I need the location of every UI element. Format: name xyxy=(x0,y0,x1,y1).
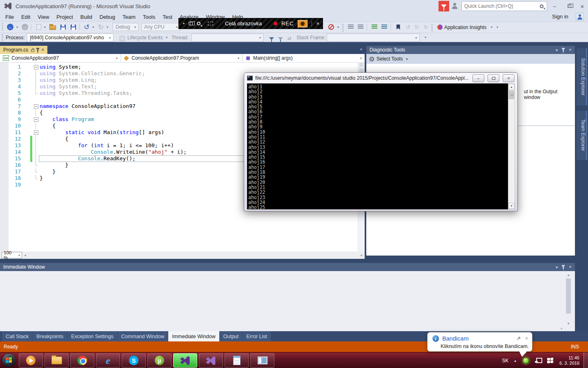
panel-close-icon[interactable]: × xyxy=(569,47,572,53)
application-insights-dropdown[interactable]: ▾ xyxy=(489,23,493,31)
feedback-button[interactable] xyxy=(439,1,449,11)
navigate-forward-button[interactable]: → xyxy=(20,23,29,31)
fold-marker[interactable] xyxy=(33,64,39,70)
get-windows-10-icon[interactable] xyxy=(547,357,554,364)
sign-in-link[interactable]: Sign in xyxy=(552,13,568,20)
scrollbar-thumb[interactable] xyxy=(566,278,571,314)
filter-dropdown-button[interactable] xyxy=(276,34,285,43)
feedback-smiley-icon[interactable] xyxy=(452,2,460,10)
toggle-flagged-button[interactable]: ⇄ xyxy=(285,34,294,43)
keyboard-layout-indicator[interactable]: SK xyxy=(502,358,509,364)
scroll-down-arrow[interactable]: ▾ xyxy=(565,321,572,325)
menu-item-edit[interactable]: Edit xyxy=(18,13,34,21)
restore-button[interactable] xyxy=(564,2,575,11)
rec-menu-dropdown[interactable]: ▾ xyxy=(183,22,185,25)
wrench-icon[interactable] xyxy=(516,336,521,341)
immediate-window-titlebar[interactable]: Immediate Window ▾ × xyxy=(0,263,575,271)
nav-project-combo[interactable]: C# ConsoleApplication97▾ xyxy=(0,54,121,62)
toolbar-grip[interactable] xyxy=(431,24,433,31)
indent-increase-button[interactable] xyxy=(380,23,389,31)
lifecycle-events-button[interactable] xyxy=(118,34,127,43)
taskbar-button-internet-explorer[interactable]: e xyxy=(96,353,120,368)
undo-button[interactable]: ↺ xyxy=(82,23,91,31)
close-button[interactable]: × xyxy=(577,2,588,11)
show-output-button[interactable] xyxy=(346,23,355,31)
console-maximize-button[interactable] xyxy=(488,74,499,82)
rec-region-icon[interactable] xyxy=(208,22,213,25)
scroll-up-arrow[interactable]: ▴ xyxy=(565,273,572,277)
menu-item-view[interactable]: View xyxy=(34,13,53,21)
console-scrollbar[interactable]: ▴ ▾ xyxy=(508,83,515,209)
show-desktop-button[interactable] xyxy=(584,352,588,368)
scroll-up-arrow[interactable]: ▴ xyxy=(508,84,514,90)
menu-item-build[interactable]: Build xyxy=(77,13,96,21)
tab-solution-explorer[interactable]: Solution Explorer xyxy=(577,48,587,105)
bottom-tab-output[interactable]: Output xyxy=(220,331,243,341)
pin-icon[interactable] xyxy=(563,49,564,52)
thread-combo[interactable]: ▾ xyxy=(191,34,264,42)
toolbar-grip[interactable] xyxy=(342,24,344,31)
next-bookmark-button[interactable]: ↻ xyxy=(412,23,421,31)
tray-clock[interactable]: 11:45 6. 3. 2016 xyxy=(559,355,579,366)
immediate-vertical-scrollbar[interactable]: ▴ ▾ xyxy=(565,273,572,325)
nav-member-combo[interactable]: Main(string[] args)▾ xyxy=(243,54,365,62)
toolbar-grip[interactable] xyxy=(2,34,3,41)
panel-dropdown-icon[interactable]: ▾ xyxy=(556,48,558,52)
menu-item-file[interactable]: File xyxy=(2,13,18,21)
stack-frame-combo[interactable]: ▾ xyxy=(327,34,420,42)
console-close-button[interactable]: × xyxy=(503,74,514,82)
code-line[interactable]: 1using System; xyxy=(0,64,358,70)
solution-platforms-combo[interactable]: Any CPU▾ xyxy=(141,23,180,31)
back-dropdown[interactable]: ▾ xyxy=(15,23,19,31)
hscroll-left-arrow[interactable]: ◂ xyxy=(22,253,28,257)
bottom-tab-immediate-window[interactable]: Immediate Window xyxy=(168,331,219,341)
fold-marker[interactable] xyxy=(33,129,39,136)
save-button[interactable] xyxy=(58,23,67,31)
quick-launch-input[interactable] xyxy=(462,3,540,9)
rec-window-mode-icon[interactable] xyxy=(189,22,193,25)
taskbar-button-windows-media-player[interactable] xyxy=(19,353,43,368)
bottom-tab-call-stack[interactable]: Call Stack xyxy=(2,331,32,341)
balloon-title[interactable]: Bandicam xyxy=(442,335,468,342)
bookmark-button[interactable] xyxy=(394,23,403,31)
minimize-button[interactable]: – xyxy=(549,2,560,11)
new-file-button[interactable] xyxy=(34,23,43,31)
menu-item-tools[interactable]: Tools xyxy=(139,13,159,21)
disable-breakpoints-button[interactable] xyxy=(327,23,336,31)
select-tools-button[interactable]: Select Tools xyxy=(376,56,403,62)
application-insights-button[interactable] xyxy=(435,23,444,31)
balloon-close-icon[interactable]: × xyxy=(525,336,528,341)
document-tab-program-cs[interactable]: Program.cs × xyxy=(0,46,47,54)
toolbar-overflow[interactable]: ▾ xyxy=(495,23,499,31)
console-title-bar[interactable]: file:///c:/users/neymar/documents/visual… xyxy=(244,73,517,83)
hscroll-right-arrow[interactable]: ▸ xyxy=(359,253,365,257)
console-app-window[interactable]: file:///c:/users/neymar/documents/visual… xyxy=(244,72,518,211)
save-all-button[interactable] xyxy=(69,23,78,31)
pin-icon[interactable] xyxy=(37,49,38,52)
nav-type-combo[interactable]: ConsoleApplication97.Program▾ xyxy=(121,54,243,62)
clear-bookmarks-button[interactable]: ↻ xyxy=(421,23,430,31)
open-file-button[interactable] xyxy=(48,23,57,31)
taskbar-button-app-window[interactable] xyxy=(250,353,274,368)
rec-label[interactable]: REC xyxy=(281,20,294,27)
search-icon[interactable] xyxy=(540,4,543,8)
tray-expand-arrow[interactable]: ▴ xyxy=(514,359,517,363)
bandicam-tray-icon[interactable] xyxy=(523,357,529,364)
panel-close-icon[interactable]: × xyxy=(569,264,572,270)
navigate-back-button[interactable]: ← xyxy=(6,23,15,31)
show-threads-button[interactable] xyxy=(356,23,365,31)
solution-configurations-combo[interactable]: Debug▾ xyxy=(113,23,139,31)
tab-close-icon[interactable]: × xyxy=(41,47,44,53)
user-account-icon[interactable] xyxy=(576,13,584,21)
scrollbar-thumb[interactable] xyxy=(509,91,514,99)
document-well-overflow[interactable]: ▾ xyxy=(360,47,362,52)
menu-item-debug[interactable]: Debug xyxy=(96,13,119,21)
rec-close-button[interactable]: × xyxy=(316,20,319,27)
taskbar-button-notepad[interactable] xyxy=(225,353,249,368)
taskbar-button-skype[interactable]: S xyxy=(122,353,146,368)
taskbar-button-visual-studio[interactable] xyxy=(173,353,197,368)
taskbar-button-visual-studio-2[interactable] xyxy=(199,353,223,368)
bottom-tab-command-window[interactable]: Command Window xyxy=(118,331,168,341)
undo-dropdown[interactable]: ▾ xyxy=(91,23,95,31)
filter-threads-button[interactable] xyxy=(267,34,276,43)
